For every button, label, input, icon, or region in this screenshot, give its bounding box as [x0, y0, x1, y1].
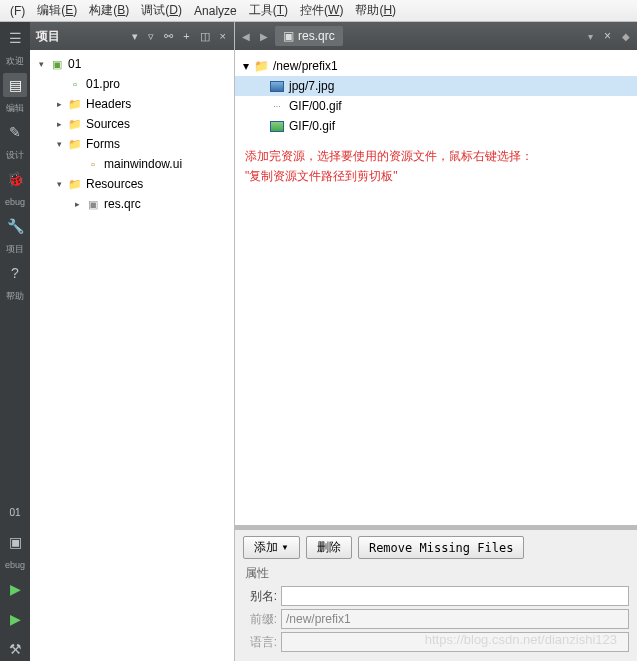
- mode-edit-icon[interactable]: ▤: [3, 73, 27, 97]
- tree-item-label: mainwindow.ui: [104, 157, 182, 171]
- tree-item[interactable]: ▫mainwindow.ui: [30, 154, 234, 174]
- aux-icon[interactable]: ◆: [619, 31, 633, 42]
- properties-panel: 添加▼ 删除 Remove Missing Files 属性 别名: 前缀: 语…: [235, 529, 637, 661]
- chevron-icon[interactable]: ▾: [54, 139, 64, 149]
- menu-tools[interactable]: 工具(T): [243, 2, 294, 19]
- run-config-icon[interactable]: ▣: [3, 530, 27, 554]
- tree-item[interactable]: ▾▣01: [30, 54, 234, 74]
- alias-input[interactable]: [281, 586, 629, 606]
- properties-label: 属性: [245, 565, 629, 582]
- menu-debug[interactable]: 调试(D): [135, 2, 188, 19]
- chevron-icon[interactable]: ▾: [243, 59, 249, 73]
- prefix-label: 前缀:: [243, 611, 277, 628]
- resource-item-label: /new/prefix1: [273, 59, 338, 73]
- tree-item-label: Headers: [86, 97, 131, 111]
- project-panel-title: 项目: [36, 28, 124, 45]
- prefix-input: [281, 609, 629, 629]
- add-icon[interactable]: +: [181, 30, 191, 42]
- chevron-icon[interactable]: ▸: [72, 199, 82, 209]
- tree-item[interactable]: ▸📁Sources: [30, 114, 234, 134]
- folder-icon: 📁: [67, 96, 83, 112]
- project-panel: 项目 ▾ ▿ ⚯ + ◫ × ▾▣01▫01.pro▸📁Headers▸📁Sou…: [30, 22, 235, 661]
- tree-item-label: res.qrc: [104, 197, 141, 211]
- tree-item-label: 01.pro: [86, 77, 120, 91]
- resource-item-label: GIF/00.gif: [289, 99, 342, 113]
- link-icon[interactable]: ⚯: [162, 30, 175, 43]
- tree-item-label: 01: [68, 57, 81, 71]
- folder-icon: 📁: [67, 136, 83, 152]
- mode-welcome-label: 欢迎: [0, 56, 30, 67]
- resource-item[interactable]: jpg/7.jpg: [235, 76, 637, 96]
- chevron-icon[interactable]: ▾: [54, 179, 64, 189]
- dropdown-icon: ▼: [281, 543, 289, 552]
- resource-tree[interactable]: ▾📁/new/prefix1jpg/7.jpg···GIF/00.gifGIF/…: [235, 50, 637, 142]
- resource-item[interactable]: ···GIF/00.gif: [235, 96, 637, 116]
- tree-item[interactable]: ▾📁Resources: [30, 174, 234, 194]
- nav-back-icon[interactable]: ◀: [239, 31, 253, 42]
- remove-missing-button[interactable]: Remove Missing Files: [358, 536, 525, 559]
- mode-projects-label: 项目: [0, 244, 30, 255]
- menu-help[interactable]: 帮助(H): [349, 2, 402, 19]
- split-icon[interactable]: ◫: [198, 30, 212, 43]
- menu-edit[interactable]: 编辑(E): [31, 2, 83, 19]
- run-config-label: ebug: [0, 560, 30, 571]
- run-icon[interactable]: ▶: [3, 577, 27, 601]
- split-editor-icon[interactable]: ▾: [585, 31, 596, 42]
- project-dropdown-icon[interactable]: ▾: [130, 30, 140, 43]
- editor-tabbar: ◀ ▶ ▣ res.qrc ▾ × ◆: [235, 22, 637, 50]
- editor-tab[interactable]: ▣ res.qrc: [275, 26, 343, 46]
- project-panel-header: 项目 ▾ ▿ ⚯ + ◫ ×: [30, 22, 234, 50]
- nav-fwd-icon[interactable]: ▶: [257, 31, 271, 42]
- file-icon: ···: [269, 99, 285, 113]
- folder-icon: 📁: [67, 176, 83, 192]
- tree-item[interactable]: ▫01.pro: [30, 74, 234, 94]
- menubar: (F) 编辑(E) 构建(B) 调试(D) Analyze 工具(T) 控件(W…: [0, 0, 637, 22]
- delete-button[interactable]: 删除: [306, 536, 352, 559]
- editor-area: ◀ ▶ ▣ res.qrc ▾ × ◆ ▾📁/new/prefix1jpg/7.…: [235, 22, 637, 661]
- folder-icon: 📁: [67, 116, 83, 132]
- qrc-icon: ▣: [85, 196, 101, 212]
- mode-design-icon[interactable]: ✎: [3, 120, 27, 144]
- mode-debug-icon[interactable]: 🐞: [3, 167, 27, 191]
- debug-run-icon[interactable]: ▶: [3, 607, 27, 631]
- mode-help-label: 帮助: [0, 291, 30, 302]
- kit-selector[interactable]: 01: [3, 500, 27, 524]
- mode-edit-label: 编辑: [0, 103, 30, 114]
- resource-item[interactable]: GIF/0.gif: [235, 116, 637, 136]
- resource-item-label: GIF/0.gif: [289, 119, 335, 133]
- filter-icon[interactable]: ▿: [146, 30, 156, 43]
- close-tab-icon[interactable]: ×: [600, 29, 615, 43]
- project-tree[interactable]: ▾▣01▫01.pro▸📁Headers▸📁Sources▾📁Forms▫mai…: [30, 50, 234, 661]
- chevron-icon[interactable]: ▾: [36, 59, 46, 69]
- tree-item[interactable]: ▸▣res.qrc: [30, 194, 234, 214]
- tree-item[interactable]: ▸📁Headers: [30, 94, 234, 114]
- tree-item[interactable]: ▾📁Forms: [30, 134, 234, 154]
- chevron-icon[interactable]: ▸: [54, 99, 64, 109]
- tab-file-icon: ▣: [283, 29, 294, 43]
- lang-label: 语言:: [243, 634, 277, 651]
- mode-design-label: 设计: [0, 150, 30, 161]
- resource-item[interactable]: ▾📁/new/prefix1: [235, 56, 637, 76]
- tree-item-label: Resources: [86, 177, 143, 191]
- uif-icon: ▫: [85, 156, 101, 172]
- chevron-icon[interactable]: ▸: [54, 119, 64, 129]
- menu-widgets[interactable]: 控件(W): [294, 2, 349, 19]
- mode-help-icon[interactable]: ?: [3, 261, 27, 285]
- mode-projects-icon[interactable]: 🔧: [3, 214, 27, 238]
- green-icon: ▣: [49, 56, 65, 72]
- mode-welcome-icon[interactable]: ☰: [3, 26, 27, 50]
- menu-analyze[interactable]: Analyze: [188, 4, 243, 18]
- menu-file[interactable]: (F): [4, 4, 31, 18]
- image-icon: [269, 79, 285, 93]
- mode-bar: ☰ 欢迎 ▤ 编辑 ✎ 设计 🐞 ebug 🔧 项目 ? 帮助 01 ▣ ebu…: [0, 22, 30, 661]
- add-button[interactable]: 添加▼: [243, 536, 300, 559]
- build-icon[interactable]: ⚒: [3, 637, 27, 661]
- tree-item-label: Sources: [86, 117, 130, 131]
- menu-build[interactable]: 构建(B): [83, 2, 135, 19]
- tree-item-label: Forms: [86, 137, 120, 151]
- mode-debug-label: ebug: [0, 197, 30, 208]
- lang-input: [281, 632, 629, 652]
- tab-file-label: res.qrc: [298, 29, 335, 43]
- resource-item-label: jpg/7.jpg: [289, 79, 334, 93]
- close-panel-icon[interactable]: ×: [218, 30, 228, 42]
